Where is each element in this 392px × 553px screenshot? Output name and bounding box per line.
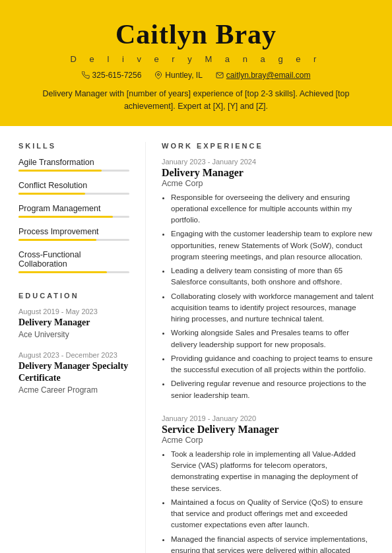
skill-bar-fill [18, 170, 102, 172]
bullet-item: Collaborating closely with workforce man… [171, 291, 374, 325]
bullet-item: Delivering regular revenue and resource … [171, 378, 374, 401]
bullet-item: Responsible for overseeing the delivery … [171, 192, 374, 226]
header-section: Caitlyn Bray D e l i v e r y M a n a g e… [0, 0, 392, 126]
edu-school: Acme Career Program [18, 385, 129, 395]
skill-name: Program Management [18, 204, 129, 213]
work-list: January 2023 - January 2024 Delivery Man… [162, 158, 374, 554]
education-item: August 2023 - December 2023 Delivery Man… [18, 351, 129, 395]
right-column: WORK EXPERIENCE January 2023 - January 2… [145, 142, 392, 554]
work-bullets-list: Took a leadership role in implementing a… [162, 449, 374, 553]
location-info: Huntley, IL [154, 71, 202, 80]
contact-info: 325-615-7256 Huntley, IL caitlyn.bray@em… [26, 71, 366, 80]
skills-section: SKILLS Agile Transformation Conflict Res… [18, 142, 129, 273]
skill-name: Cross-Functional Collaboration [18, 250, 129, 269]
work-section: WORK EXPERIENCE January 2023 - January 2… [162, 142, 374, 554]
skill-name: Process Improvement [18, 227, 129, 236]
left-column: SKILLS Agile Transformation Conflict Res… [0, 142, 145, 554]
skill-bar-background [18, 170, 129, 172]
work-item: January 2019 - January 2020 Service Deli… [162, 414, 374, 553]
work-company: Acme Corp [162, 436, 374, 445]
bullet-item: Providing guidance and coaching to proje… [171, 353, 374, 376]
phone-icon [82, 71, 90, 79]
location-icon [154, 71, 162, 79]
email-link[interactable]: caitlyn.bray@email.com [226, 71, 311, 80]
education-section: EDUCATION August 2019 - May 2023 Deliver… [18, 292, 129, 395]
skill-bar-fill [18, 271, 107, 273]
phone-number: 325-615-7256 [92, 71, 142, 80]
skill-bar-fill [18, 216, 113, 218]
skill-item: Cross-Functional Collaboration [18, 250, 129, 273]
candidate-title: D e l i v e r y M a n a g e r [26, 54, 366, 64]
phone-info: 325-615-7256 [82, 71, 142, 80]
skill-item: Conflict Resolution [18, 181, 129, 195]
location-text: Huntley, IL [165, 71, 202, 80]
skills-list: Agile Transformation Conflict Resolution… [18, 158, 129, 273]
skill-bar-fill [18, 193, 85, 195]
work-job-title: Service Delivery Manager [162, 424, 374, 436]
bullet-item: Maintained a focus on Quality of Service… [171, 497, 374, 531]
edu-school: Ace University [18, 330, 129, 339]
edu-degree: Delivery Manager [18, 317, 129, 329]
summary-text: Delivery Manager with [number of years] … [26, 88, 366, 113]
skill-item: Process Improvement [18, 227, 129, 241]
skill-bar-background [18, 239, 129, 241]
work-bullets-list: Responsible for overseeing the delivery … [162, 192, 374, 401]
edu-date: August 2019 - May 2023 [18, 308, 129, 315]
edu-date: August 2023 - December 2023 [18, 351, 129, 359]
work-item: January 2023 - January 2024 Delivery Man… [162, 158, 374, 401]
bullet-item: Took a leadership role in implementing a… [171, 449, 374, 494]
skills-title: SKILLS [18, 142, 129, 150]
skill-item: Program Management [18, 204, 129, 218]
work-job-title: Delivery Manager [162, 167, 374, 179]
skill-bar-background [18, 193, 129, 195]
work-date: January 2019 - January 2020 [162, 414, 374, 422]
edu-degree: Delivery Manager Specialty Certificate [18, 360, 129, 384]
email-icon [216, 71, 224, 79]
body-section: SKILLS Agile Transformation Conflict Res… [0, 126, 392, 554]
skill-bar-background [18, 271, 129, 273]
skill-name: Agile Transformation [18, 158, 129, 167]
work-date: January 2023 - January 2024 [162, 158, 374, 166]
bullet-item: Engaging with the customer leadership te… [171, 228, 374, 263]
bullet-item: Managed the financial aspects of service… [171, 534, 374, 554]
bullet-item: Working alongside Sales and Presales tea… [171, 327, 374, 350]
work-title: WORK EXPERIENCE [162, 142, 374, 150]
education-title: EDUCATION [18, 292, 129, 300]
skill-bar-background [18, 216, 129, 218]
education-item: August 2019 - May 2023 Delivery Manager … [18, 308, 129, 339]
bullet-item: Leading a delivery team consisting of mo… [171, 265, 374, 288]
skill-bar-fill [18, 239, 96, 241]
work-company: Acme Corp [162, 179, 374, 188]
candidate-name: Caitlyn Bray [26, 18, 366, 50]
email-info: caitlyn.bray@email.com [216, 71, 311, 80]
skill-name: Conflict Resolution [18, 181, 129, 190]
svg-point-0 [158, 74, 160, 76]
education-list: August 2019 - May 2023 Delivery Manager … [18, 308, 129, 395]
skill-item: Agile Transformation [18, 158, 129, 172]
